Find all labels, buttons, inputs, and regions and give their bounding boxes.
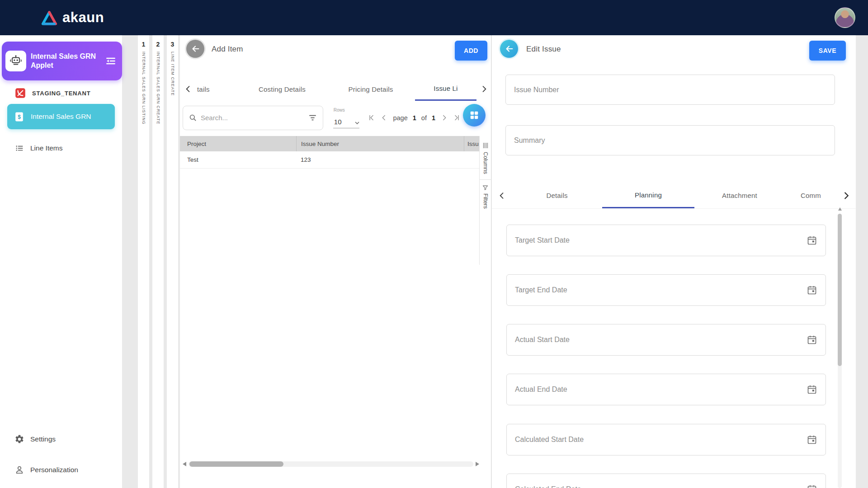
brand-name: akaun [62, 9, 104, 26]
rail-divider [480, 179, 491, 180]
field-label: Calculated End Date [515, 485, 581, 488]
target-end-date-field[interactable]: Target End Date [506, 274, 826, 306]
field-label: Calculated Start Date [515, 436, 584, 444]
step-label: INTERNAL SALES GRN CREATE [156, 52, 160, 125]
layout-grid-button[interactable] [463, 104, 486, 127]
column-header-issue-extra[interactable]: Issu [464, 136, 479, 151]
chevron-right-icon [841, 191, 851, 201]
first-page-icon [368, 114, 375, 122]
tab-issue-link[interactable]: Issue Li [415, 77, 476, 101]
scrollbar-thumb[interactable] [189, 461, 283, 467]
step-tab-grn-create[interactable]: 2 INTERNAL SALES GRN CREATE [152, 35, 164, 488]
topbar: akaun [0, 0, 868, 35]
tenant-label: STAGING_TENANT [32, 90, 90, 97]
sidebar-item-personalization[interactable]: Personalization [0, 461, 122, 479]
actual-end-date-field[interactable]: Actual End Date [506, 374, 826, 405]
scrollbar-thumb[interactable] [838, 214, 842, 366]
calendar-icon[interactable] [807, 384, 817, 395]
next-page-button[interactable] [440, 114, 448, 122]
add-button[interactable]: ADD [455, 41, 487, 61]
tab-attachment[interactable]: Attachment [694, 183, 785, 208]
target-start-date-field[interactable]: Target Start Date [506, 225, 826, 256]
panel-title: Add Item [212, 45, 243, 54]
calculated-start-date-field[interactable]: Calculated Start Date [506, 424, 826, 455]
panel-title: Edit Issue [526, 45, 561, 54]
collapse-menu-icon[interactable] [104, 54, 118, 68]
scroll-right-arrow[interactable] [476, 462, 479, 466]
cell-project: Test [180, 156, 296, 163]
back-button[interactable] [500, 40, 518, 58]
arrow-left-icon [190, 44, 200, 54]
calendar-icon[interactable] [807, 235, 817, 246]
calendar-icon[interactable] [807, 434, 817, 445]
scroll-up-arrow[interactable] [838, 207, 842, 211]
issue-number-field[interactable]: Issue Number [505, 75, 835, 105]
sidebar-item-label: Internal Sales GRN [31, 113, 91, 121]
calendar-icon[interactable] [807, 285, 817, 296]
filter-funnel-icon[interactable] [482, 184, 489, 191]
step-number: 1 [138, 41, 149, 48]
tab-comments[interactable]: Comm [785, 183, 837, 208]
tabs-scroll-left[interactable] [492, 183, 512, 208]
horizontal-scrollbar [183, 461, 479, 467]
table-row[interactable]: Test 123 [180, 151, 479, 169]
tenant-icon [14, 87, 26, 99]
back-button[interactable] [186, 40, 204, 58]
applet-banner[interactable]: Internal Sales GRN Applet [2, 42, 122, 80]
calendar-icon[interactable] [807, 484, 817, 488]
sidebar-item-tenant[interactable]: STAGING_TENANT [0, 84, 122, 102]
tab-pricing-details[interactable]: Pricing Details [326, 77, 415, 101]
table-header-row: Project Issue Number Issu [180, 136, 479, 151]
app-screen: akaun Internal Sales GRN Applet [0, 0, 868, 488]
calendar-icon[interactable] [807, 334, 817, 345]
chevron-left-icon [380, 114, 388, 122]
tabs-scroll-right[interactable] [476, 77, 491, 101]
sidebar-item-line-items[interactable]: Line Items [0, 139, 122, 157]
document-icon: $ [14, 111, 25, 122]
page-current: 1 [413, 114, 416, 122]
last-page-button[interactable] [453, 114, 461, 122]
step-tab-grn-listing[interactable]: 1 INTERNAL SALES GRN LISTING [138, 35, 149, 488]
field-label: Target End Date [515, 286, 567, 294]
table-controls: Rows 10 page 1 of [183, 105, 461, 130]
actual-start-date-field[interactable]: Actual Start Date [506, 324, 826, 356]
column-header-issue-number[interactable]: Issue Number [296, 136, 464, 151]
field-label: Actual End Date [515, 385, 567, 394]
user-avatar[interactable] [835, 7, 855, 28]
search-input[interactable] [201, 114, 304, 122]
step-tab-line-item-create[interactable]: 3 LINE ITEM CREATE [167, 35, 178, 488]
sidebar-item-settings[interactable]: Settings [0, 430, 122, 448]
chevron-left-icon [184, 84, 193, 94]
rows-per-page-select[interactable]: Rows 10 [333, 108, 360, 128]
tab-details[interactable]: Details [512, 183, 602, 208]
calculated-end-date-field[interactable]: Calculated End Date [506, 474, 826, 488]
last-page-icon [453, 114, 461, 122]
page-total: 1 [432, 114, 435, 122]
tab-costing-details[interactable]: Costing Details [238, 77, 326, 101]
filters-tool[interactable]: Filters [482, 193, 489, 209]
sidebar-item-internal-sales-grn[interactable]: $ Internal Sales GRN [7, 104, 115, 129]
scrollbar-track[interactable] [189, 461, 473, 467]
summary-field[interactable]: Summary [505, 125, 835, 155]
list-icon [14, 143, 24, 153]
vertical-scrollbar[interactable] [838, 214, 842, 488]
cell-issue-number: 123 [296, 156, 464, 163]
first-page-button[interactable] [368, 114, 375, 122]
columns-tool[interactable]: Columns [482, 152, 489, 174]
tabs-scroll-left[interactable] [180, 77, 196, 101]
columns-grip-icon[interactable] [481, 141, 490, 150]
pagination: page 1 of 1 [368, 114, 461, 122]
sidebar: Internal Sales GRN Applet STAGING_TENANT… [0, 35, 122, 488]
step-number: 2 [152, 41, 164, 48]
gear-icon [14, 434, 24, 444]
scroll-left-arrow[interactable] [183, 462, 186, 466]
step-label: INTERNAL SALES GRN LISTING [142, 52, 146, 125]
filter-list-icon[interactable] [308, 113, 317, 122]
save-button[interactable]: SAVE [809, 41, 846, 61]
prev-page-button[interactable] [380, 114, 388, 122]
tabs-scroll-right[interactable] [837, 183, 856, 208]
tab-planning[interactable]: Planning [602, 183, 694, 208]
tab-details[interactable]: tails [196, 77, 238, 101]
chevron-left-icon [497, 191, 506, 200]
column-header-project[interactable]: Project [180, 136, 296, 151]
